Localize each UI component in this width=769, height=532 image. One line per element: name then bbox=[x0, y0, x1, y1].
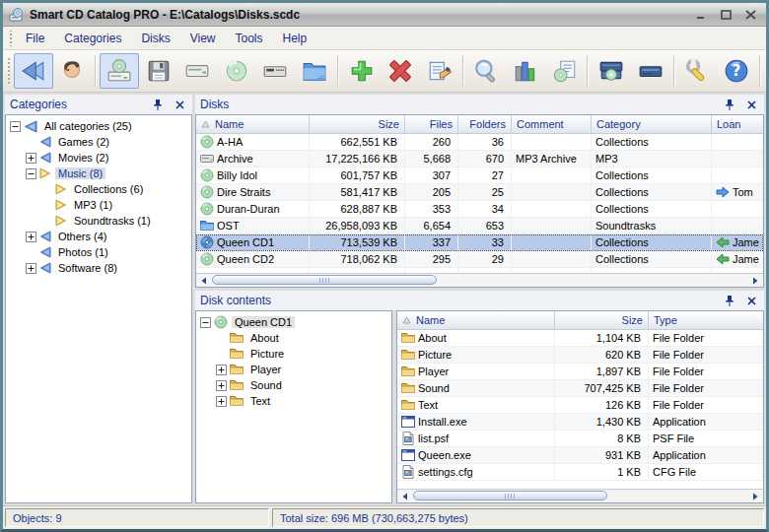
file-row[interactable]: Player1,897 KBFile Folder bbox=[397, 364, 763, 380]
column-header-file-type[interactable]: Type bbox=[649, 311, 763, 329]
column-header-size[interactable]: Size bbox=[310, 115, 405, 133]
file-row[interactable]: Picture620 KBFile Folder bbox=[397, 347, 763, 364]
help-button[interactable]: ? bbox=[717, 53, 756, 89]
menu-view[interactable]: View bbox=[180, 29, 226, 48]
tree-item[interactable]: Sound bbox=[196, 377, 391, 393]
tree-item[interactable]: Collections (6) bbox=[6, 181, 191, 197]
menu-categories[interactable]: Categories bbox=[54, 29, 131, 48]
scrollbar-thumb[interactable] bbox=[212, 275, 437, 285]
maximize-button[interactable] bbox=[716, 6, 735, 24]
delete-button[interactable] bbox=[381, 53, 420, 89]
disk-row[interactable]: Archive17,225,166 KB5,668670MP3 ArchiveM… bbox=[196, 151, 763, 167]
minimize-button[interactable] bbox=[691, 6, 711, 24]
tree-item[interactable]: All categories (25) bbox=[6, 118, 191, 134]
file-row[interactable]: list.psf8 KBPSF File bbox=[397, 431, 763, 447]
disks-pin-button[interactable] bbox=[722, 97, 737, 112]
menubar-grip[interactable] bbox=[8, 31, 13, 46]
files-horizontal-scrollbar[interactable] bbox=[397, 489, 763, 502]
disks-close-button[interactable] bbox=[743, 97, 759, 112]
tree-item[interactable]: Player bbox=[196, 362, 391, 377]
categories-close-button[interactable] bbox=[172, 97, 187, 112]
scroll-right-icon[interactable] bbox=[747, 490, 763, 502]
file-row[interactable]: Install.exe1,430 KBApplication bbox=[397, 414, 763, 431]
device-button[interactable] bbox=[256, 53, 296, 89]
expander-minus-icon[interactable] bbox=[26, 168, 39, 179]
expander-plus-icon[interactable] bbox=[26, 263, 39, 274]
menu-tools[interactable]: Tools bbox=[226, 29, 273, 48]
menu-file[interactable]: File bbox=[16, 29, 54, 48]
tree-item[interactable]: Others (4) bbox=[6, 229, 191, 244]
search-button[interactable] bbox=[467, 53, 507, 89]
menu-disks[interactable]: Disks bbox=[131, 29, 179, 48]
tree-item[interactable]: Movies (2) bbox=[6, 150, 191, 166]
tree-item[interactable]: Photos (1) bbox=[6, 244, 191, 260]
toolbar-grip[interactable] bbox=[7, 56, 12, 86]
expander-plus-icon[interactable] bbox=[216, 380, 230, 391]
disk-row[interactable]: Dire Straits581,417 KB20525CollectionsTo… bbox=[196, 184, 763, 201]
expander-plus-icon[interactable] bbox=[216, 365, 230, 375]
disk-row[interactable]: Billy Idol601,757 KB30727Collections bbox=[196, 167, 763, 184]
tree-item[interactable]: Soundtrasks (1) bbox=[6, 213, 191, 229]
file-row[interactable]: Queen.exe931 KBApplication bbox=[397, 447, 763, 464]
cd-button[interactable] bbox=[217, 53, 256, 89]
column-header-folders[interactable]: Folders bbox=[458, 115, 512, 133]
add-disk-button[interactable] bbox=[342, 53, 382, 89]
scroll-right-icon[interactable] bbox=[747, 274, 763, 287]
disks-horizontal-scrollbar[interactable] bbox=[196, 273, 763, 287]
column-header-files[interactable]: Files bbox=[405, 115, 458, 133]
tree-item[interactable]: Text bbox=[196, 393, 391, 409]
disk-row[interactable]: Queen CD2718,062 KB29529CollectionsJame bbox=[196, 251, 763, 268]
back-button[interactable] bbox=[14, 53, 53, 89]
options-button[interactable] bbox=[678, 53, 718, 89]
file-row[interactable]: settings.cfg1 KBCFG File bbox=[397, 464, 763, 481]
file-row[interactable]: Text126 KBFile Folder bbox=[397, 397, 763, 414]
tree-item[interactable]: MP3 (1) bbox=[6, 197, 191, 213]
expander-minus-icon[interactable] bbox=[10, 121, 24, 132]
expander-plus-icon[interactable] bbox=[216, 396, 230, 407]
statistics-button[interactable] bbox=[506, 53, 545, 89]
contents-pin-button[interactable] bbox=[722, 293, 737, 308]
tree-item[interactable]: Games (2) bbox=[6, 134, 191, 150]
scrollbar-thumb[interactable] bbox=[413, 491, 607, 500]
categories-pin-button[interactable] bbox=[150, 97, 166, 112]
scroll-left-icon[interactable] bbox=[397, 490, 413, 502]
column-header-file-name[interactable]: Name bbox=[397, 311, 555, 329]
column-header-comment[interactable]: Comment bbox=[512, 115, 592, 133]
disk-row[interactable]: Duran-Duran628,887 KB35334Collections bbox=[196, 201, 763, 218]
tree-item[interactable]: Queen CD1 bbox=[196, 314, 391, 330]
scroll-left-icon[interactable] bbox=[196, 274, 212, 287]
close-tray-button[interactable] bbox=[631, 53, 670, 89]
tree-item[interactable]: Software (8) bbox=[6, 260, 191, 276]
expander-plus-icon[interactable] bbox=[26, 232, 39, 242]
tree-item[interactable]: Music (8) bbox=[6, 166, 191, 181]
column-header-file-size[interactable]: Size bbox=[555, 311, 649, 329]
scrollbar-track[interactable] bbox=[413, 490, 747, 502]
close-button[interactable] bbox=[740, 6, 760, 24]
contents-close-button[interactable] bbox=[743, 293, 759, 308]
expander-minus-icon[interactable] bbox=[200, 317, 214, 328]
drive-button[interactable] bbox=[177, 53, 217, 89]
disk-row[interactable]: A-HA662,551 KB26036Collections bbox=[196, 134, 763, 151]
report-button[interactable] bbox=[545, 53, 585, 89]
file-row[interactable]: Sound707,425 KBFile Folder bbox=[397, 380, 763, 397]
expander-plus-icon[interactable] bbox=[26, 153, 39, 164]
user-button[interactable] bbox=[53, 53, 93, 89]
column-header-category[interactable]: Category bbox=[592, 115, 712, 133]
properties-button[interactable] bbox=[420, 53, 459, 89]
open-catalog-button[interactable] bbox=[100, 53, 139, 89]
menu-help[interactable]: Help bbox=[273, 29, 317, 48]
eject-button[interactable] bbox=[592, 53, 631, 89]
cell-type: File Folder bbox=[649, 380, 763, 397]
column-header-name[interactable]: Name bbox=[196, 115, 310, 133]
tree-item[interactable]: Picture bbox=[196, 346, 391, 362]
file-row[interactable]: About1,104 KBFile Folder bbox=[397, 330, 763, 347]
cell-category-text: Collections bbox=[595, 236, 649, 248]
disk-row[interactable]: Queen CD1713,539 KB33733CollectionsJame bbox=[196, 234, 763, 251]
save-button[interactable] bbox=[139, 53, 178, 89]
folder-button[interactable] bbox=[295, 53, 334, 89]
disk-row[interactable]: OST26,958,093 KB6,654653Soundtrasks bbox=[196, 218, 763, 234]
column-header-loan[interactable]: Loan bbox=[712, 115, 763, 133]
scrollbar-track[interactable] bbox=[212, 274, 747, 287]
cell-name: Billy Idol bbox=[196, 167, 310, 184]
tree-item[interactable]: About bbox=[196, 330, 391, 346]
